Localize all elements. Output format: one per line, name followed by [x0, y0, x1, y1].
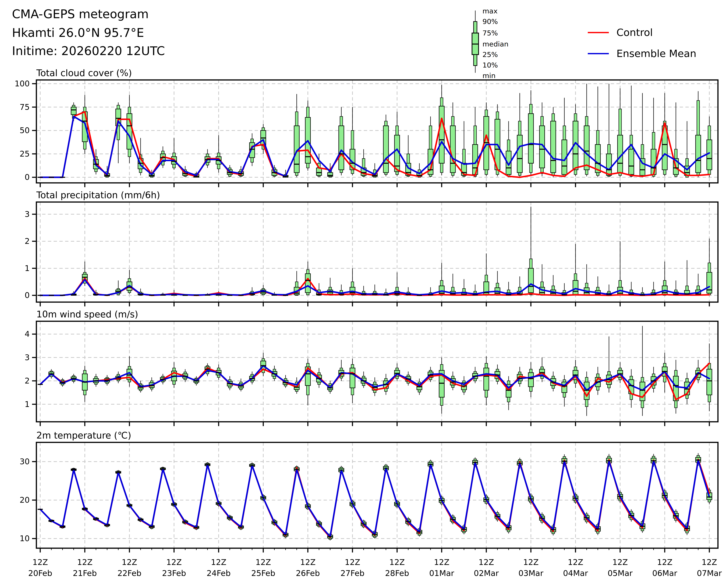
- box-10-25: [451, 385, 454, 387]
- box-10-25: [563, 392, 566, 397]
- box-75-90: [496, 283, 499, 288]
- gridlines: [36, 202, 718, 302]
- box-75-90: [295, 112, 298, 126]
- x-tick-label-hour: 12Z: [77, 558, 93, 567]
- box-10-25: [295, 173, 298, 176]
- legend-label-median: median: [483, 40, 509, 48]
- box-75-90: [586, 377, 588, 382]
- panel-2m-temperature-title: 2m temperature (℃): [36, 430, 131, 441]
- box-10-25: [552, 386, 554, 388]
- box-10-25: [619, 377, 621, 380]
- x-tick-label-date: 05Mar: [608, 568, 633, 578]
- x-tick-label-hour: 12Z: [523, 558, 539, 567]
- box-75-90: [451, 376, 454, 379]
- box-75-90: [608, 372, 610, 375]
- legend-box-10: [474, 55, 477, 66]
- box-75-90: [675, 149, 677, 159]
- box-75-90: [351, 131, 354, 149]
- x-tick-label-hour: 12Z: [300, 558, 316, 567]
- legend-label-10: 10%: [483, 61, 498, 69]
- x-tick-label-date: 23Feb: [162, 568, 186, 578]
- y-tick-label: 1: [25, 400, 30, 409]
- y-tick-label: 4: [25, 329, 30, 339]
- meteogram-figure: CMA-GEPS meteogram Hkamti 26.0°N 95.7°E …: [0, 0, 728, 586]
- box-75-90: [396, 287, 398, 291]
- box-10-25: [552, 532, 554, 534]
- box-75-90: [474, 126, 476, 145]
- box-10-25: [307, 386, 309, 395]
- box-75-90: [463, 288, 465, 292]
- x-tick-label-hour: 12Z: [345, 558, 360, 567]
- box-75-90: [652, 456, 655, 458]
- box-75-90: [697, 286, 700, 290]
- box-75-90: [541, 367, 543, 369]
- box-75-90: [619, 280, 621, 287]
- box-75-90: [608, 456, 610, 458]
- y-tick-label: 50: [20, 126, 30, 135]
- box-iqr: [528, 373, 534, 387]
- box-75-90: [83, 371, 86, 374]
- panel-total-cloud-cover: Total cloud cover (%)0255075100: [15, 68, 718, 187]
- box-75-90: [597, 131, 599, 145]
- figure-location: Hkamti 26.0°N 95.7°E: [12, 26, 144, 40]
- box-10-25: [351, 388, 354, 395]
- box-10-25: [664, 170, 666, 174]
- box-75-90: [574, 274, 577, 280]
- box-75-90: [385, 379, 387, 381]
- box-10-25: [507, 530, 510, 532]
- box-10-25: [440, 163, 443, 173]
- box-75-90: [396, 126, 398, 135]
- x-tick-label-date: 01Mar: [429, 568, 454, 578]
- box-10-25: [686, 395, 688, 399]
- box-iqr: [528, 113, 534, 163]
- box-75-90: [485, 110, 488, 117]
- box-75-90: [652, 290, 655, 293]
- box-75-90: [708, 126, 711, 140]
- box-10-25: [139, 169, 142, 173]
- y-tick-label: 100: [15, 79, 30, 88]
- box-10-25: [675, 401, 677, 408]
- box-10-25: [83, 142, 86, 149]
- x-axis-ticks: [40, 183, 709, 187]
- box-10-25: [340, 170, 343, 173]
- box-75-90: [574, 367, 577, 371]
- y-axis-ticks: 1234: [25, 329, 36, 409]
- box-75-90: [552, 376, 554, 379]
- box-75-90: [128, 107, 131, 113]
- x-tick-label-date: 07Mar: [697, 568, 722, 578]
- box-10-25: [217, 164, 220, 169]
- box-10-25: [608, 384, 610, 388]
- box-10-25: [173, 164, 175, 168]
- box-10-25: [541, 376, 543, 379]
- box-75-90: [407, 154, 410, 163]
- ensemble-mean-legend-label: Ensemble Mean: [617, 48, 696, 59]
- legend-box-90: [474, 22, 477, 33]
- box-10-25: [641, 401, 644, 408]
- x-axis-labels: 12Z20Feb12Z21Feb12Z22Feb12Z23Feb12Z24Feb…: [28, 558, 722, 578]
- box-75-90: [552, 113, 554, 121]
- box-10-25: [128, 290, 131, 293]
- box-75-90: [485, 275, 488, 282]
- box-10-25: [496, 379, 499, 381]
- legend-label-min: min: [483, 72, 496, 80]
- box-75-90: [496, 112, 499, 119]
- box-75-90: [295, 282, 298, 287]
- ensemble-mean-line: [40, 460, 709, 537]
- box-10-25: [273, 376, 276, 379]
- box-10-25: [708, 395, 711, 402]
- box-75-90: [686, 286, 688, 290]
- box-75-90: [217, 368, 220, 371]
- box-10-25: [708, 500, 711, 502]
- box-iqr: [707, 140, 712, 170]
- control-legend-label: Control: [617, 27, 653, 38]
- box-10-25: [574, 380, 577, 383]
- box-75-90: [340, 117, 343, 126]
- box-75-90: [273, 369, 276, 372]
- y-tick-label: 0: [25, 173, 30, 182]
- box-75-90: [697, 101, 700, 135]
- box-iqr: [450, 126, 456, 173]
- box-75-90: [619, 109, 621, 135]
- box-75-90: [128, 279, 131, 282]
- box-75-90: [217, 153, 220, 157]
- y-tick-label: 0: [25, 290, 30, 300]
